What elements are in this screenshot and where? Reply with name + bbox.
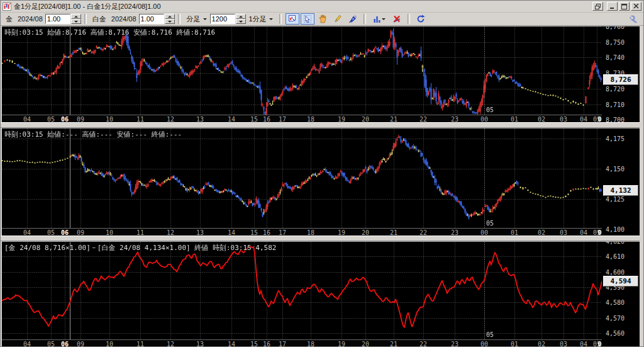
pen-annotate-button[interactable] [346,13,360,25]
bar-count-spinner [210,14,246,24]
x-tick-label: 09 [74,341,87,347]
date-marker-label: 05 [486,331,494,338]
refresh-button[interactable] [414,13,428,25]
gold-price-axis: 8,726 8,7008,7108,7208,7308,7408,7508,76… [602,26,640,122]
bar-count-up-button[interactable] [236,14,246,19]
select-cursor-button[interactable] [301,13,314,25]
gold-ratio-up-button[interactable] [71,14,81,19]
window-title: 金1分足[2024/08]1.00 - 白金1分足[2024/08]1.00 [14,2,161,11]
platinum-month-label: 2024/08 [111,15,136,23]
chart-area: 時刻:03:15 始値:8,716 高値:8,716 安値:8,716 終値:8… [1,26,644,347]
spread-line-canvas[interactable] [2,242,602,339]
x-tick-label: 05 [45,341,57,347]
x-tick-label: 10 [103,341,116,347]
platinum-ratio-input[interactable] [139,14,164,24]
x-tick-label: 04 [21,341,33,347]
delete-drawings-button[interactable] [390,13,404,25]
platinum-price-axis: 4,132 4,1004,1254,1504,175 [602,128,640,236]
x-tick-label: 15 [248,341,260,347]
platinum-candle-canvas[interactable] [2,128,602,228]
spread-time-axis: 0405060910111213141516171819202122230001… [2,339,602,347]
toolbar-separator [279,14,282,24]
spread-price-axis: 4,594 4,5604,5704,5804,5904,6004,6104,62… [602,242,640,347]
toolbar-separator [84,14,87,24]
toolbar-separator [178,14,180,24]
toolbar-separator [408,14,410,24]
maximize-button[interactable] [619,2,630,11]
y-axis-label: 8,720 [606,86,625,93]
gold-ratio-input[interactable] [45,14,70,24]
chart-info-button[interactable] [286,13,299,25]
gold-last-price-box: 8,726 [603,74,638,85]
platinum-label: 白金 [92,14,106,24]
x-tick-label: 14 [225,341,238,347]
pan-hand-button[interactable] [316,13,330,25]
x-tick-label: 06 [58,341,71,347]
indicators-dropdown-button[interactable] [370,13,389,25]
y-axis-label: 8,710 [606,101,625,108]
layered-windows-icon [595,4,601,9]
bar-count-down-button[interactable] [236,19,246,24]
y-axis-label: 8,760 [606,26,625,30]
toolbar: 金 2024/08 白金 2024/08 分足 1分足 [1,13,643,26]
x-tick-label: 17 [276,341,289,347]
minimize-button[interactable] [607,2,618,11]
timeframe-dropdown[interactable]: 1分足 [246,13,276,25]
platinum-ratio-down-button[interactable] [165,19,175,24]
platinum-plot [2,128,602,228]
spread-chart-panel: [金 24/08 8,716×1.00]－[白金 24/08 4,134×1.0… [2,241,640,347]
dropdown-arrow [382,18,386,20]
x-tick-label: 13 [194,341,206,347]
x-tick-label: 21 [387,341,400,347]
spread-plot [2,242,602,339]
y-axis-label: 8,750 [606,39,625,46]
settings-wrench-button[interactable] [626,13,640,25]
wrench-icon [629,14,638,23]
pen-icon [348,14,357,23]
x-tick-label: 00 [478,341,491,347]
gold-label: 金 [6,14,13,24]
gold-chart-panel: 時刻:03:15 始値:8,716 高値:8,716 安値:8,716 終値:8… [2,26,640,122]
close-icon [633,4,639,9]
pencil-draw-button[interactable] [331,13,345,25]
panel-splitter[interactable] [1,122,644,128]
platinum-info-row: 時刻:03:15 始値:--- 高値:--- 安値:--- 終値:--- [4,130,182,139]
x-tick-label: 06 [596,341,602,347]
platinum-ratio-spinner [139,14,175,24]
maximize-icon [621,4,627,9]
platinum-chart-panel: 時刻:03:15 始値:--- 高値:--- 安値:--- 終値:--- 05 … [2,128,640,236]
close-button[interactable] [631,2,641,11]
y-axis-label: 8,740 [606,54,625,61]
x-tick-label: 02 [535,341,548,347]
gold-candle-canvas[interactable] [2,26,602,115]
gold-ratio-down-button[interactable] [71,19,81,24]
y-axis-label: 8,700 [606,117,625,122]
y-axis-label: 4,175 [606,135,625,142]
platinum-ratio-up-button[interactable] [165,14,175,19]
date-marker-label: 05 [486,106,494,113]
minimize-icon [610,4,615,9]
gold-info-row: 時刻:03:15 始値:8,716 高値:8,716 安値:8,716 終値:8… [4,28,215,37]
gold-ratio-spinner [45,14,81,24]
panel-splitter[interactable] [1,236,644,241]
spread-last-price-box: 4,594 [603,276,638,287]
y-axis-label: 4,580 [606,299,625,306]
x-tick-label: 23 [448,341,461,347]
refresh-icon [416,14,425,23]
pan-hand-icon [318,14,327,23]
y-axis-label: 4,100 [606,226,625,233]
x-tick-label: 11 [134,341,147,347]
bar-type-dropdown[interactable]: 分足 [184,13,210,25]
x-tick-label: 19 [335,341,348,347]
x-tick-label: 18 [304,341,317,347]
y-axis-label: 4,150 [606,166,625,173]
y-axis-label: 4,620 [606,242,625,245]
delete-x-icon [392,14,401,23]
bar-count-input[interactable] [210,14,235,24]
x-tick-label: 20 [359,341,372,347]
toolbar-separator [364,14,366,24]
pencil-icon [333,14,342,23]
chart-info-icon [288,14,297,23]
y-axis-label: 4,600 [606,269,625,276]
new-window-button[interactable] [592,2,603,11]
